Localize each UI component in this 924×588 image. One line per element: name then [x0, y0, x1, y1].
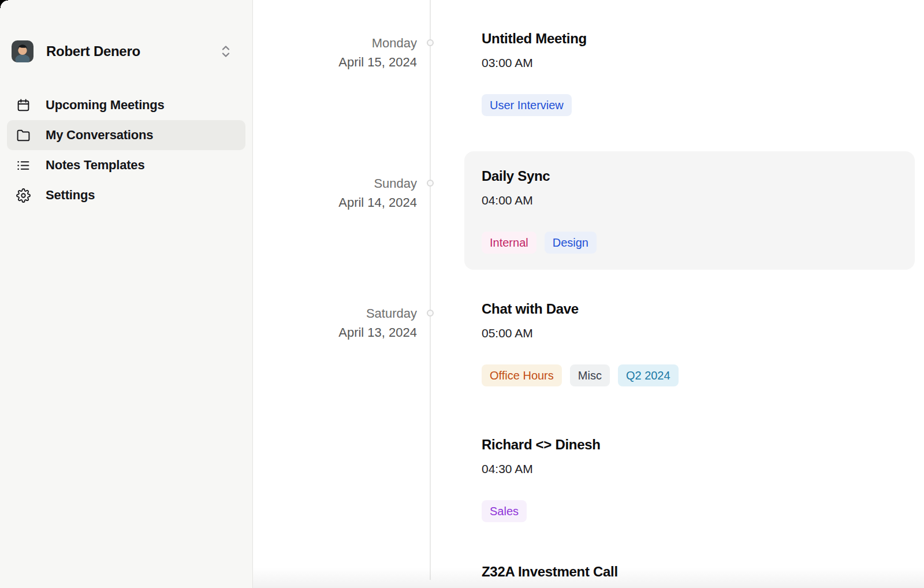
day-label: Sunday: [253, 174, 417, 193]
sidebar-nav: Upcoming Meetings My Conversations: [0, 90, 252, 210]
date-label: April 14, 2024: [253, 193, 417, 212]
avatar: [12, 40, 33, 62]
sidebar-item-label: Notes Templates: [46, 158, 144, 173]
meeting-tags: Internal Design: [482, 232, 897, 254]
meeting-item[interactable]: Chat with Dave 05:00 AM Office Hours Mis…: [464, 300, 915, 386]
date-label: April 13, 2024: [253, 323, 417, 342]
timeline-group: Z32A Investment Call: [253, 563, 924, 580]
sidebar-item-settings[interactable]: Settings: [7, 180, 245, 210]
tag[interactable]: Design: [545, 232, 597, 254]
meetings-column: Daily Sync 04:00 AM Internal Design: [464, 151, 915, 270]
timeline-group: Monday April 15, 2024 Untitled Meeting 0…: [253, 30, 924, 116]
tag[interactable]: Misc: [570, 364, 610, 386]
sidebar-item-label: My Conversations: [46, 128, 153, 143]
meeting-title: Chat with Dave: [482, 300, 897, 318]
meeting-item[interactable]: Richard <> Dinesh 04:30 AM Sales: [464, 436, 915, 522]
meeting-time: 04:00 AM: [482, 192, 897, 209]
sidebar-item-label: Upcoming Meetings: [46, 98, 165, 113]
meeting-title: Richard <> Dinesh: [482, 436, 897, 453]
timeline-dot: [427, 180, 434, 187]
tag[interactable]: Internal: [482, 232, 536, 254]
tag[interactable]: Q2 2024: [618, 364, 679, 386]
sidebar: Robert Denero Upcoming Meetings: [0, 0, 253, 588]
sidebar-item-label: Settings: [46, 188, 95, 203]
meeting-item[interactable]: Untitled Meeting 03:00 AM User Interview: [464, 30, 915, 116]
timeline-group: Sunday April 14, 2024 Daily Sync 04:00 A…: [253, 151, 924, 270]
day-label: Saturday: [253, 304, 417, 323]
meeting-tags: Sales: [482, 500, 897, 522]
gear-icon: [16, 188, 31, 203]
conversations-timeline: Monday April 15, 2024 Untitled Meeting 0…: [253, 0, 924, 588]
chevron-updown-icon: [220, 44, 232, 59]
meeting-tags: Office Hours Misc Q2 2024: [482, 364, 897, 386]
day-label: Monday: [253, 34, 417, 53]
meeting-tags: User Interview: [482, 94, 897, 116]
meeting-time: 05:00 AM: [482, 325, 897, 341]
timeline-group: Saturday April 13, 2024 Chat with Dave 0…: [253, 300, 924, 522]
date-column: [253, 563, 431, 567]
meetings-column: Z32A Investment Call: [464, 563, 915, 580]
tag[interactable]: Sales: [482, 500, 527, 522]
meeting-title: Untitled Meeting: [482, 30, 897, 47]
sidebar-item-notes-templates[interactable]: Notes Templates: [7, 150, 245, 180]
user-name: Robert Denero: [46, 43, 140, 59]
list-icon: [16, 158, 31, 173]
profile-switcher[interactable]: Robert Denero: [12, 40, 241, 62]
date-column: Monday April 15, 2024: [253, 30, 431, 72]
sidebar-item-upcoming-meetings[interactable]: Upcoming Meetings: [7, 90, 245, 120]
meetings-column: Chat with Dave 05:00 AM Office Hours Mis…: [464, 300, 915, 522]
folder-icon: [16, 128, 31, 143]
date-column: Saturday April 13, 2024: [253, 300, 431, 342]
meeting-title: Z32A Investment Call: [482, 563, 897, 580]
meeting-time: 03:00 AM: [482, 55, 897, 71]
tag[interactable]: Office Hours: [482, 364, 562, 386]
meetings-column: Untitled Meeting 03:00 AM User Interview: [464, 30, 915, 116]
meetings-app: Robert Denero Upcoming Meetings: [0, 0, 924, 588]
tag[interactable]: User Interview: [482, 94, 572, 116]
meeting-item-highlighted[interactable]: Daily Sync 04:00 AM Internal Design: [464, 151, 915, 270]
meeting-time: 04:30 AM: [482, 461, 897, 477]
sidebar-item-my-conversations[interactable]: My Conversations: [7, 120, 245, 150]
calendar-icon: [16, 98, 31, 113]
meeting-title: Daily Sync: [482, 168, 897, 185]
date-label: April 15, 2024: [253, 53, 417, 72]
meeting-item[interactable]: Z32A Investment Call: [464, 563, 915, 580]
date-column: Sunday April 14, 2024: [253, 151, 431, 212]
timeline-dot: [427, 39, 434, 46]
timeline-dot: [427, 310, 434, 317]
